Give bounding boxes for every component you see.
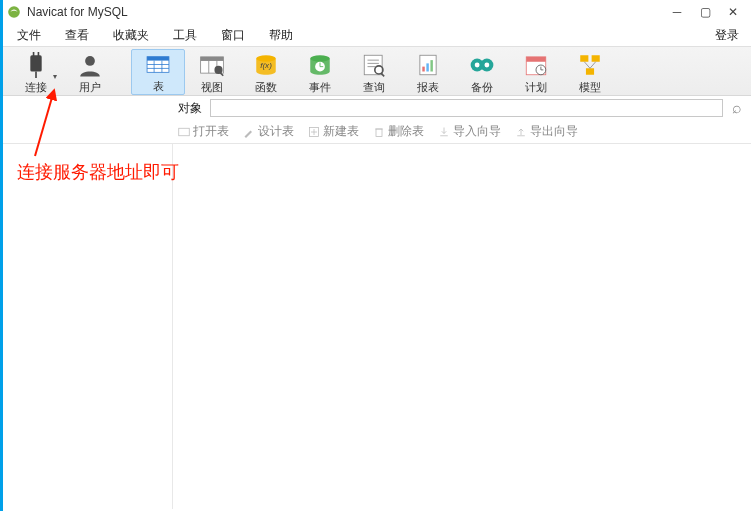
new-icon [308, 126, 320, 138]
menu-tools[interactable]: 工具 [161, 25, 209, 46]
action-import-label: 导入向导 [453, 123, 501, 140]
query-icon [361, 52, 387, 78]
toolbar-user[interactable]: 用户 [63, 49, 117, 95]
toolbar-event-label: 事件 [309, 80, 331, 95]
title-bar: Navicat for MySQL ─ ▢ ✕ [3, 0, 751, 24]
toolbar-model[interactable]: 模型 [563, 49, 617, 95]
dropdown-icon: ▾ [53, 72, 57, 81]
action-open-label: 打开表 [193, 123, 229, 140]
action-design-label: 设计表 [258, 123, 294, 140]
svg-rect-1 [30, 55, 41, 71]
svg-point-0 [8, 6, 20, 18]
action-delete-table[interactable]: 删除表 [373, 123, 424, 140]
svg-line-46 [584, 61, 590, 68]
plug-icon [23, 52, 49, 78]
toolbar-event[interactable]: 事件 [293, 49, 347, 95]
svg-rect-24 [364, 55, 382, 75]
action-import-wizard[interactable]: 导入向导 [438, 123, 501, 140]
svg-rect-31 [422, 66, 424, 71]
app-title: Navicat for MySQL [27, 5, 128, 19]
menu-favorites[interactable]: 收藏夹 [101, 25, 161, 46]
event-icon [307, 52, 333, 78]
model-icon [577, 52, 603, 78]
app-icon [7, 5, 21, 19]
svg-rect-32 [426, 63, 428, 71]
toolbar-function-label: 函数 [255, 80, 277, 95]
toolbar-backup-label: 备份 [471, 80, 493, 95]
menu-bar: 文件 查看 收藏夹 工具 窗口 帮助 登录 [3, 24, 751, 46]
svg-rect-2 [33, 52, 35, 57]
login-link[interactable]: 登录 [705, 25, 749, 46]
action-export-label: 导出向导 [530, 123, 578, 140]
svg-line-47 [590, 61, 596, 68]
toolbar-view[interactable]: 视图 [185, 49, 239, 95]
svg-rect-33 [430, 60, 432, 71]
svg-text:f(x): f(x) [260, 61, 272, 70]
object-list [173, 144, 751, 509]
search-input[interactable] [210, 99, 723, 117]
connection-tree[interactable] [3, 144, 173, 509]
toolbar-schedule-label: 计划 [525, 80, 547, 95]
toolbar-backup[interactable]: 备份 [455, 49, 509, 95]
toolbar-table-label: 表 [153, 79, 164, 94]
svg-rect-48 [179, 128, 190, 136]
menu-view[interactable]: 查看 [53, 25, 101, 46]
open-icon [178, 126, 190, 138]
action-design-table[interactable]: 设计表 [243, 123, 294, 140]
action-delete-label: 删除表 [388, 123, 424, 140]
svg-rect-52 [376, 129, 382, 137]
menu-help[interactable]: 帮助 [257, 25, 305, 46]
toolbar-schedule[interactable]: 计划 [509, 49, 563, 95]
svg-rect-45 [586, 68, 594, 75]
toolbar-model-label: 模型 [579, 80, 601, 95]
toolbar-report[interactable]: 报表 [401, 49, 455, 95]
svg-rect-7 [147, 57, 169, 61]
menu-file[interactable]: 文件 [5, 25, 53, 46]
close-button[interactable]: ✕ [719, 2, 747, 22]
report-icon [415, 52, 441, 78]
search-icon[interactable]: ⌕ [723, 99, 751, 117]
calendar-icon [523, 52, 549, 78]
view-icon [199, 52, 225, 78]
toolbar-user-label: 用户 [79, 80, 101, 95]
menu-window[interactable]: 窗口 [209, 25, 257, 46]
import-icon [438, 126, 450, 138]
toolbar-view-label: 视图 [201, 80, 223, 95]
toolbar-connect-label: 连接 [25, 80, 47, 95]
svg-rect-3 [38, 52, 40, 57]
toolbar-query-label: 查询 [363, 80, 385, 95]
action-open-table[interactable]: 打开表 [178, 123, 229, 140]
toolbar-table[interactable]: 表 [131, 49, 185, 95]
tab-object[interactable]: 对象 [178, 100, 202, 117]
action-new-table[interactable]: 新建表 [308, 123, 359, 140]
export-icon [515, 126, 527, 138]
action-new-label: 新建表 [323, 123, 359, 140]
action-export-wizard[interactable]: 导出向导 [515, 123, 578, 140]
minimize-button[interactable]: ─ [663, 2, 691, 22]
svg-rect-43 [580, 55, 588, 62]
toolbar-query[interactable]: 查询 [347, 49, 401, 95]
toolbar-function[interactable]: f(x) 函数 [239, 49, 293, 95]
svg-rect-4 [35, 71, 37, 78]
maximize-button[interactable]: ▢ [691, 2, 719, 22]
annotation-text: 连接服务器地址即可 [17, 160, 179, 184]
action-bar: 打开表 设计表 新建表 删除表 导入向导 导出向导 [3, 120, 751, 144]
table-icon [145, 52, 171, 77]
svg-rect-39 [526, 56, 546, 61]
backup-icon [469, 52, 495, 78]
content-area [3, 144, 751, 509]
svg-point-5 [85, 56, 95, 66]
function-icon: f(x) [253, 52, 279, 78]
toolbar-connect[interactable]: 连接 ▾ [9, 49, 63, 95]
design-icon [243, 126, 255, 138]
delete-icon [373, 126, 385, 138]
svg-rect-13 [201, 56, 224, 60]
user-icon [77, 52, 103, 78]
toolbar: 连接 ▾ 用户 表 视图 f(x) 函数 事件 查询 报表 备份 计划 模型 [3, 46, 751, 96]
svg-point-37 [484, 62, 489, 67]
tab-bar: 对象 ⌕ [3, 96, 751, 120]
svg-point-35 [475, 62, 480, 67]
svg-rect-44 [592, 55, 600, 62]
toolbar-report-label: 报表 [417, 80, 439, 95]
